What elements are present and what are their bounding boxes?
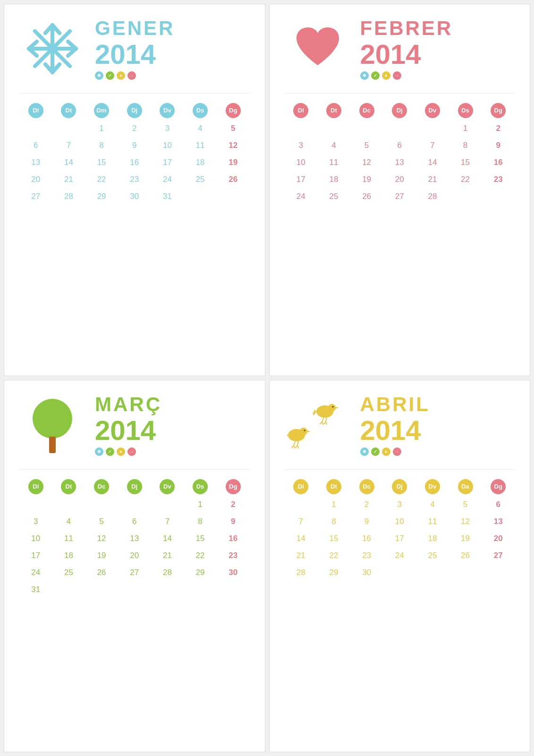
day-header-Dt: Dt — [326, 479, 341, 494]
calendar-grid: DlDtDcDjDvDsDg 12 3456789 10111213141516… — [285, 103, 515, 366]
day-cell: 19 — [449, 532, 482, 545]
calendar-week-0: 12 — [285, 122, 515, 135]
day-cell: 14 — [151, 532, 184, 545]
day-cell: 28 — [52, 190, 85, 203]
calendar-header-row: DlDtDcDjDvDsDg — [285, 103, 515, 118]
icon-circle: ✓ — [106, 447, 114, 456]
day-cell: 24 — [151, 173, 184, 186]
day-cell: 9 — [482, 139, 515, 152]
day-header-Dg: Dg — [226, 103, 241, 118]
day-cell: 23 — [217, 549, 250, 562]
day-cell: 23 — [118, 173, 151, 186]
day-cell: 24 — [19, 566, 52, 579]
calendar-week-2: 10111213141516 — [285, 156, 515, 169]
day-cell: 30 — [118, 190, 151, 203]
day-header-Dt: Dt — [61, 479, 76, 494]
card-header: MARÇ 2014 ❄✓●→ — [19, 394, 250, 456]
day-cell: 19 — [217, 156, 250, 169]
day-cell: 7 — [416, 139, 449, 152]
day-cell: 8 — [85, 139, 118, 152]
calendar-week-2: 10111213141516 — [19, 532, 250, 545]
calendar-grid: DlDtDcDjDvDaDg 123456 78910111213 141516… — [285, 479, 515, 742]
day-cell: 5 — [449, 498, 482, 511]
month-name: FEBRER — [360, 17, 453, 39]
day-cell: 7 — [285, 515, 318, 528]
day-cell — [449, 566, 482, 579]
day-cell — [350, 122, 383, 135]
day-cell: 8 — [184, 515, 217, 528]
calendar-card-marc: MARÇ 2014 ❄✓●→ DlDtDcDjDvDsDg 12 3456789… — [4, 380, 265, 752]
calendar-week-5: 31 — [19, 583, 250, 596]
day-cell: 16 — [118, 156, 151, 169]
calendar-week-3: 21222324252627 — [285, 549, 515, 562]
day-cell: 19 — [85, 549, 118, 562]
icon-circle: ● — [117, 71, 125, 80]
svg-line-29 — [297, 441, 298, 446]
day-cell — [184, 190, 217, 203]
day-cell: 4 — [184, 122, 217, 135]
svg-marker-17 — [335, 407, 339, 409]
day-cell — [151, 583, 184, 596]
card-header: FEBRER 2014 ❄✓●→ — [285, 17, 515, 80]
day-cell: 17 — [151, 156, 184, 169]
day-header-Dc: Dc — [94, 479, 109, 494]
day-header-Dj: Dj — [127, 103, 142, 118]
day-cell: 27 — [482, 549, 515, 562]
calendar-header-row: DlDtDmDjDvDsDg — [19, 103, 250, 118]
day-header-Dl: Dl — [28, 479, 43, 494]
day-cell — [482, 566, 515, 579]
day-header-Dv: Dv — [425, 103, 440, 118]
icon-circle: ❄ — [360, 447, 369, 456]
day-cell: 16 — [217, 532, 250, 545]
icon-circle: ❄ — [95, 71, 103, 80]
day-cell: 5 — [350, 139, 383, 152]
day-cell: 10 — [383, 515, 416, 528]
day-cell — [52, 583, 85, 596]
day-cell: 15 — [184, 532, 217, 545]
svg-line-33 — [297, 446, 298, 448]
day-cell — [482, 190, 515, 203]
day-cell — [217, 190, 250, 203]
day-cell — [151, 498, 184, 511]
calendar-page: GENER 2014 ❄✓●→ DlDtDmDjDvDsDg 12345 678… — [0, 0, 534, 756]
day-header-Dt: Dt — [326, 103, 341, 118]
day-cell — [85, 583, 118, 596]
day-cell: 7 — [151, 515, 184, 528]
icon-circle: ● — [382, 71, 390, 80]
day-cell: 3 — [285, 139, 318, 152]
day-cell: 9 — [217, 515, 250, 528]
calendar-week-3: 17181920212223 — [285, 173, 515, 186]
icon-row: ❄✓●→ — [95, 447, 136, 456]
day-cell: 14 — [52, 156, 85, 169]
svg-line-21 — [322, 422, 323, 424]
calendar-header-row: DlDtDcDjDvDsDg — [19, 479, 250, 494]
day-cell: 1 — [317, 498, 350, 511]
day-cell: 17 — [285, 173, 318, 186]
calendar-week-3: 20212223242526 — [19, 173, 250, 186]
day-cell: 4 — [317, 139, 350, 152]
icon-circle: → — [393, 71, 401, 80]
day-cell: 12 — [350, 156, 383, 169]
day-cell: 14 — [285, 532, 318, 545]
day-cell: 10 — [151, 139, 184, 152]
day-cell: 28 — [416, 190, 449, 203]
day-cell: 16 — [482, 156, 515, 169]
day-cell: 2 — [217, 498, 250, 511]
day-cell: 21 — [52, 173, 85, 186]
day-cell: 3 — [151, 122, 184, 135]
day-cell: 17 — [19, 549, 52, 562]
day-cell: 22 — [85, 173, 118, 186]
month-year: 2014 — [360, 39, 421, 69]
day-cell — [52, 498, 85, 511]
calendar-week-4: 24252627282930 — [19, 566, 250, 579]
card-header: ABRIL 2014 ❄✓●→ — [285, 394, 515, 456]
svg-line-19 — [326, 417, 327, 422]
svg-marker-27 — [307, 430, 311, 432]
day-cell: 20 — [19, 173, 52, 186]
day-cell: 2 — [118, 122, 151, 135]
day-cell: 29 — [184, 566, 217, 579]
day-cell: 29 — [317, 566, 350, 579]
day-cell: 25 — [317, 190, 350, 203]
calendar-week-0: 123456 — [285, 498, 515, 511]
day-cell: 6 — [118, 515, 151, 528]
